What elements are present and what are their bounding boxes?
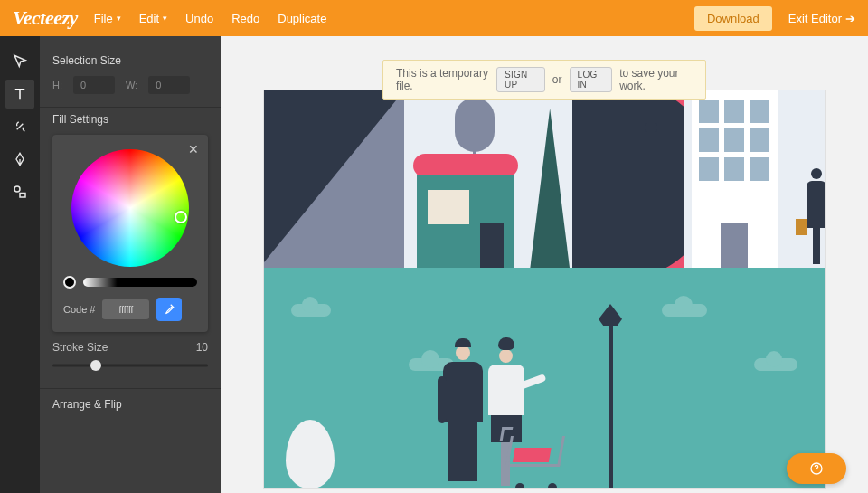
fill-settings-title: Fill Settings <box>52 113 208 126</box>
logo: Vecteezy <box>13 6 78 30</box>
lightness-track <box>83 278 197 287</box>
arrange-flip-title: Arrange & Flip <box>52 398 208 411</box>
exit-label: Exit Editor <box>788 12 842 25</box>
menu-file-label: File <box>94 12 113 25</box>
width-label: W: <box>126 80 137 90</box>
code-label: Code # <box>63 304 95 315</box>
notice-suffix: to save your work. <box>619 67 693 92</box>
tool-text[interactable] <box>5 80 34 109</box>
tool-pen[interactable] <box>5 145 34 174</box>
color-wheel[interactable] <box>71 149 189 267</box>
size-row: H: W: <box>52 76 208 94</box>
notice-prefix: This is a temporary file. <box>396 67 489 92</box>
canvas-area: This is a temporary file. SIGN UP or LOG… <box>221 36 868 493</box>
tool-strip <box>0 36 40 493</box>
tool-select[interactable] <box>5 47 34 76</box>
lightness-slider[interactable] <box>63 276 197 289</box>
menu-edit-label: Edit <box>139 12 159 25</box>
chevron-down-icon: ▾ <box>163 14 167 23</box>
svg-point-0 <box>14 186 20 192</box>
illustration-top <box>264 90 825 268</box>
top-menu: File▾ Edit▾ Undo Redo Duplicate <box>94 12 327 25</box>
temp-file-notice: This is a temporary file. SIGN UP or LOG… <box>382 60 706 100</box>
notice-or: or <box>552 73 562 86</box>
width-input[interactable] <box>148 76 190 94</box>
stroke-size-slider[interactable] <box>52 359 208 372</box>
menu-redo[interactable]: Redo <box>231 12 259 25</box>
menu-duplicate[interactable]: Duplicate <box>278 12 326 25</box>
help-button[interactable] <box>787 453 846 484</box>
illustration-bottom <box>264 268 825 488</box>
top-bar: Vecteezy File▾ Edit▾ Undo Redo Duplicate… <box>0 0 868 36</box>
color-wheel-cursor[interactable] <box>175 211 187 223</box>
arrow-right-icon: ➔ <box>845 12 855 25</box>
signup-button[interactable]: SIGN UP <box>496 67 545 92</box>
menu-edit[interactable]: Edit▾ <box>139 12 167 25</box>
stroke-size-value: 10 <box>196 341 208 354</box>
height-input[interactable] <box>73 76 115 94</box>
selection-size-title: Selection Size <box>52 54 208 67</box>
slider-thumb[interactable] <box>90 360 101 371</box>
color-code-input[interactable] <box>102 299 149 319</box>
close-icon[interactable]: ✕ <box>188 142 199 156</box>
chevron-down-icon: ▾ <box>117 14 121 23</box>
exit-editor-button[interactable]: Exit Editor➔ <box>788 12 855 25</box>
eyedropper-button[interactable] <box>156 298 182 321</box>
login-button[interactable]: LOG IN <box>570 67 613 92</box>
height-label: H: <box>52 80 62 90</box>
fill-settings-popover: ✕ Code # <box>52 135 208 332</box>
menu-undo[interactable]: Undo <box>185 12 213 25</box>
artboard[interactable] <box>264 90 825 488</box>
stroke-size-label: Stroke Size <box>52 341 108 354</box>
download-button[interactable]: Download <box>694 6 772 31</box>
lightness-handle[interactable] <box>63 276 76 289</box>
inspector-panel: Selection Size H: W: Fill Settings ✕ Cod… <box>40 36 221 493</box>
tool-transform[interactable] <box>5 112 34 141</box>
menu-file[interactable]: File▾ <box>94 12 121 25</box>
stroke-size-row: Stroke Size 10 <box>52 341 208 354</box>
color-code-row: Code # <box>63 298 197 321</box>
tool-shapes[interactable] <box>5 177 34 206</box>
